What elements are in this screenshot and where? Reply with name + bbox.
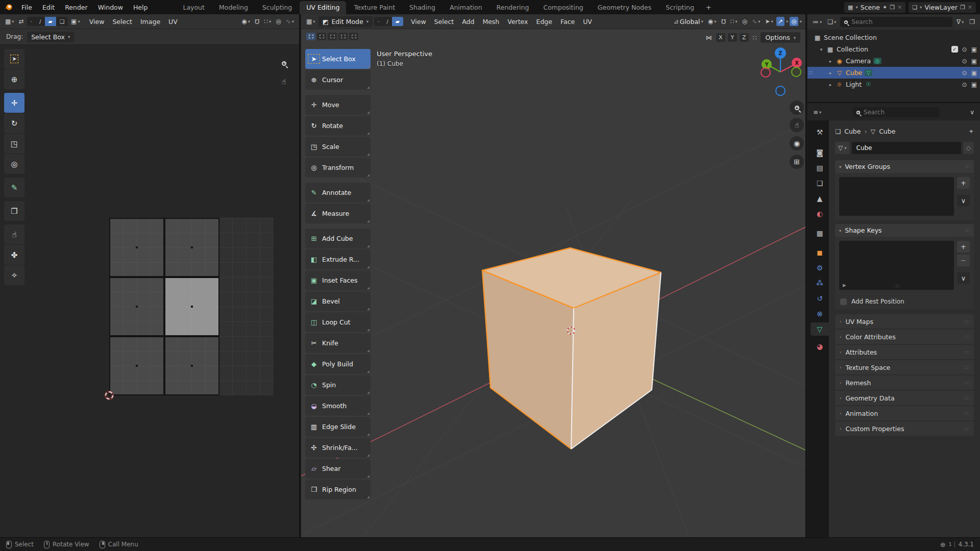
snap-pair-icon[interactable]: ∷ xyxy=(751,33,758,42)
viewlayer-selector[interactable]: ❏ ▾ ViewLayer ❐ ✕ xyxy=(909,2,976,13)
network-globe-icon[interactable]: ⊕ xyxy=(940,541,946,548)
tool-shear[interactable]: ▱ Shear xyxy=(305,459,371,479)
tool-shrink-fatten[interactable]: ✣ Shrink/Fa... xyxy=(305,438,371,458)
properties-tab-material[interactable]: ◕ xyxy=(811,340,829,353)
mesh-datablock-dropdown[interactable]: ▽ ▾ xyxy=(835,142,850,154)
add-vertex-group-button[interactable]: + xyxy=(957,177,970,189)
viewport-menu-select[interactable]: Select xyxy=(430,16,458,27)
viewport-zoom-button[interactable] xyxy=(790,101,804,115)
vertex-select-button[interactable]: ⋅ xyxy=(374,17,383,26)
properties-editor-type-button[interactable]: ≡ ▾ xyxy=(812,108,823,117)
workspace-tab-shading[interactable]: Shading xyxy=(403,1,442,14)
menu-window[interactable]: Window xyxy=(93,2,128,13)
eye-icon[interactable]: ⊙ xyxy=(962,81,967,88)
editor-type-button[interactable]: ▦ ▾ xyxy=(305,17,317,26)
uv-tool-pinch[interactable]: ✧ xyxy=(4,265,24,285)
vertex-groups-list[interactable] xyxy=(839,177,954,216)
properties-tab-modifiers[interactable]: ⚙ xyxy=(811,261,829,274)
outliner-row-camera[interactable]: ▸ ◉ Camera ◎ ⊙ ▣ xyxy=(807,55,980,67)
outliner-row-cube[interactable]: ∷ ▸ ▽ Cube ▽ ⊙ ▣ xyxy=(807,67,980,79)
camera-toggle-icon[interactable]: ▣ xyxy=(971,69,977,77)
properties-options-button[interactable]: ∨ xyxy=(968,108,976,117)
properties-tab-physics[interactable]: ↺ xyxy=(811,292,829,305)
mirror-z-button[interactable]: Z xyxy=(740,33,749,42)
show-overlays-toggle[interactable]: ◎ xyxy=(790,17,798,26)
tool-annotate[interactable]: ✎ Annotate xyxy=(305,183,371,203)
navigation-gizmo[interactable]: Z Y X xyxy=(752,44,806,100)
uv-tool-relax[interactable]: ✤ xyxy=(4,245,24,265)
uv-menu-image[interactable]: Image xyxy=(136,16,164,27)
tool-select-box[interactable]: ➤ Select Box xyxy=(305,49,371,69)
uv-face[interactable] xyxy=(109,218,164,277)
edge-select-button[interactable]: ∕ xyxy=(383,17,392,26)
expand-icon[interactable]: ▸ xyxy=(828,70,833,76)
properties-tab-tool[interactable]: ⚒ xyxy=(811,126,829,139)
workspace-tab-rendering[interactable]: Rendering xyxy=(490,1,536,14)
mirror-x-button[interactable]: X xyxy=(716,33,725,42)
filter-expand-icon[interactable]: ▶ xyxy=(843,283,846,288)
panel-geometry-data[interactable]: › Geometry Data ∷∷ xyxy=(835,391,974,405)
properties-tab-constraints[interactable]: ⊗ xyxy=(811,307,829,320)
boxselect-mode-extend[interactable] xyxy=(317,33,326,40)
uv-select-island-button[interactable]: ❏ xyxy=(56,17,68,26)
pin-icon[interactable]: ✦ xyxy=(969,128,974,135)
tool-measure[interactable]: ∡ Measure xyxy=(305,204,371,223)
tool-knife[interactable]: ✂ Knife xyxy=(305,333,371,353)
viewport-menu-view[interactable]: View xyxy=(407,16,430,27)
breadcrumb-data[interactable]: Cube xyxy=(879,128,895,135)
remove-shape-key-button[interactable]: − xyxy=(957,255,970,266)
orientation-dropdown[interactable]: ⊿ Global ▾ xyxy=(672,17,705,27)
eye-icon[interactable]: ⊙ xyxy=(962,46,967,53)
collection-checkbox[interactable]: ✓ xyxy=(951,46,958,53)
uv-snap-with-dropdown[interactable]: ∷ ▾ xyxy=(262,17,273,26)
boxselect-mode-invert[interactable] xyxy=(338,33,348,40)
uv-tool-rip-region[interactable]: ❒ xyxy=(4,201,24,221)
new-viewlayer-icon[interactable]: ❐ xyxy=(960,4,965,11)
pivot-dropdown[interactable]: ◉ ▾ xyxy=(706,17,718,26)
properties-tab-object-data[interactable]: ▽ xyxy=(811,322,829,336)
blender-logo-icon[interactable] xyxy=(4,3,13,11)
uv-menu-view[interactable]: View xyxy=(85,16,109,27)
uv-face[interactable] xyxy=(164,218,219,277)
tool-inset-faces[interactable]: ▣ Inset Faces xyxy=(305,270,371,290)
outliner-row-light[interactable]: ▸ ☼ Light ☉ ⊙ ▣ xyxy=(807,79,980,90)
outliner-filter-button[interactable]: ∇ ▾ xyxy=(955,17,965,27)
uv-pan-button[interactable]: ☝ xyxy=(277,74,291,89)
boxselect-mode-new[interactable] xyxy=(306,33,315,40)
uv-tool-rotate[interactable]: ↻ xyxy=(4,113,24,133)
properties-tab-world[interactable]: ◐ xyxy=(811,207,829,220)
workspace-tab-modeling[interactable]: Modeling xyxy=(212,1,255,14)
vertex-groups-panel-header[interactable]: ▾ Vertex Groups ∷∷ xyxy=(835,160,974,173)
workspace-tab-texture-paint[interactable]: Texture Paint xyxy=(347,1,402,14)
face-select-button[interactable]: ▰ xyxy=(392,17,403,26)
properties-tab-particles[interactable]: ⁂ xyxy=(811,277,829,290)
show-overlays-pointer-dropdown[interactable]: ➤ ▾ xyxy=(764,17,775,26)
panel-color-attributes[interactable]: › Color Attributes ∷∷ xyxy=(835,330,974,344)
panel-custom-properties[interactable]: › Custom Properties ∷∷ xyxy=(835,421,974,436)
uv-tool-tweak[interactable]: ➤ xyxy=(4,49,24,69)
uv-select-face-button[interactable]: ▰ xyxy=(45,17,56,26)
new-collection-button[interactable]: ❐ xyxy=(968,17,976,27)
panel-animation[interactable]: › Animation ∷∷ xyxy=(835,406,974,420)
uv-face-active[interactable] xyxy=(164,277,219,336)
tool-smooth[interactable]: ◒ Smooth xyxy=(305,396,371,416)
camera-toggle-icon[interactable]: ▣ xyxy=(971,58,977,65)
uv-face[interactable] xyxy=(109,336,164,395)
vertex-group-specials-button[interactable]: ∨ xyxy=(957,195,970,207)
tool-bevel[interactable]: ◪ Bevel xyxy=(305,291,371,311)
tool-loop-cut[interactable]: ◫ Loop Cut xyxy=(305,312,371,332)
uv-sync-selection-toggle[interactable]: ⇄ xyxy=(17,17,26,26)
viewport-ortho-toggle-button[interactable]: ⊞ xyxy=(790,155,804,169)
camera-toggle-icon[interactable]: ▣ xyxy=(971,46,977,53)
workspace-tab-geometry-nodes[interactable]: Geometry Nodes xyxy=(591,1,658,14)
pin-icon[interactable]: ✦ xyxy=(883,4,887,11)
shape-keys-panel-header[interactable]: ▾ Shape Keys ∷∷ xyxy=(835,224,974,237)
uv-falloff-dropdown[interactable]: ∿ ▾ xyxy=(284,17,296,26)
viewport-menu-vertex[interactable]: Vertex xyxy=(503,16,532,27)
uv-proportional-edit-toggle[interactable]: ◎ xyxy=(274,17,282,26)
uv-canvas[interactable]: ☝ xyxy=(0,45,299,537)
editor-type-button[interactable]: ▦ ▾ xyxy=(4,17,16,26)
mode-dropdown[interactable]: ◩ Edit Mode ▾ xyxy=(318,16,373,27)
properties-tab-view-layer[interactable]: ❏ xyxy=(811,177,829,190)
uv-select-vertex-button[interactable]: ⋅ xyxy=(27,17,36,26)
